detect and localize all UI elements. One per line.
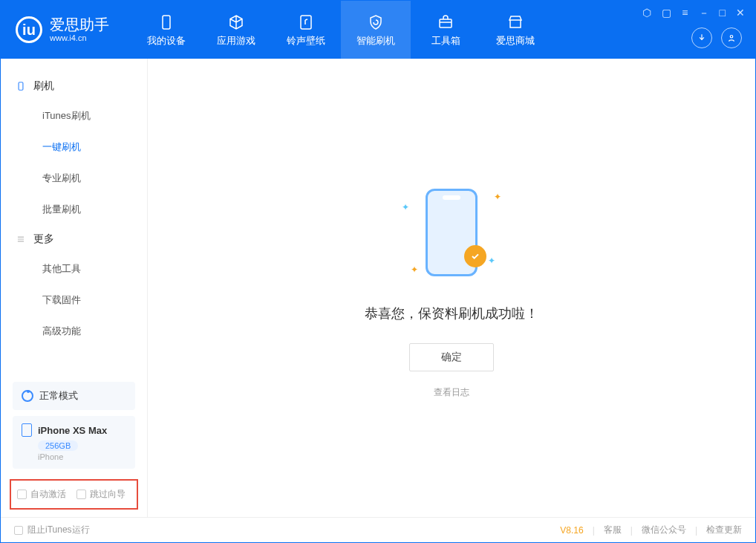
nav-label: 爱思商城 xyxy=(496,34,535,48)
sidebar: 刷机 iTunes刷机 一键刷机 专业刷机 批量刷机 更多 其他工具 下载固件 … xyxy=(1,59,148,517)
logo-icon: iu xyxy=(16,16,42,43)
sidebar-item-advanced[interactable]: 高级功能 xyxy=(1,316,147,347)
checkbox-label: 跳过向导 xyxy=(90,488,126,501)
refresh-shield-icon xyxy=(366,13,385,32)
user-button[interactable] xyxy=(721,27,742,48)
sparkle-icon: ✦ xyxy=(488,256,495,266)
sidebar-group-flash[interactable]: 刷机 xyxy=(1,72,147,100)
device-icon xyxy=(22,423,32,437)
minimize-button[interactable]: － xyxy=(699,7,709,20)
nav-label: 工具箱 xyxy=(431,34,460,48)
auto-activate-checkbox[interactable]: 自动激活 xyxy=(17,488,66,501)
nav-label: 我的设备 xyxy=(147,34,186,48)
nav-toolbox[interactable]: 工具箱 xyxy=(411,1,480,59)
sidebar-item-itunes-flash[interactable]: iTunes刷机 xyxy=(1,100,147,131)
music-icon xyxy=(296,13,316,32)
toolbox-icon xyxy=(436,13,455,32)
svg-rect-4 xyxy=(19,82,23,91)
nav-ringtones-wallpapers[interactable]: 铃声壁纸 xyxy=(271,1,341,59)
sidebar-item-download-firmware[interactable]: 下载固件 xyxy=(1,284,147,316)
logo: iu 爱思助手 www.i4.cn xyxy=(1,16,124,43)
view-log-link[interactable]: 查看日志 xyxy=(434,386,469,399)
list-icon xyxy=(16,234,26,244)
sidebar-item-other-tools[interactable]: 其他工具 xyxy=(1,253,147,284)
store-icon xyxy=(506,13,525,32)
success-message: 恭喜您，保资料刷机成功啦！ xyxy=(365,305,538,322)
app-header: iu 爱思助手 www.i4.cn 我的设备 应用游戏 铃声壁纸 智能刷机 工具… xyxy=(1,1,755,59)
nav-label: 应用游戏 xyxy=(217,34,255,48)
window-controls: ⬡ ▢ ≡ － □ ✕ xyxy=(642,7,745,20)
download-button[interactable] xyxy=(691,27,712,48)
support-link[interactable]: 客服 xyxy=(604,524,622,536)
wechat-link[interactable]: 微信公众号 xyxy=(642,524,686,536)
header-right-buttons xyxy=(691,27,742,48)
sidebar-item-pro-flash[interactable]: 专业刷机 xyxy=(1,163,147,194)
shirt-icon[interactable]: ⬡ xyxy=(642,7,651,20)
checkbox-label: 自动激活 xyxy=(30,488,66,501)
sidebar-item-batch-flash[interactable]: 批量刷机 xyxy=(1,194,147,225)
device-mode: 正常模式 xyxy=(39,389,78,403)
group-title: 更多 xyxy=(33,233,54,246)
block-itunes-checkbox[interactable]: 阻止iTunes运行 xyxy=(14,524,90,536)
sparkle-icon: ✦ xyxy=(494,192,501,202)
main-content: ✦ ✦ ✦ ✦ 恭喜您，保资料刷机成功啦！ 确定 查看日志 xyxy=(148,59,755,517)
success-illustration: ✦ ✦ ✦ ✦ xyxy=(388,177,515,288)
note-icon[interactable]: ▢ xyxy=(662,7,671,20)
nav-label: 智能刷机 xyxy=(356,34,395,48)
status-bar: 阻止iTunes运行 V8.16 | 客服 | 微信公众号 | 检查更新 xyxy=(1,517,755,542)
nav-tabs: 我的设备 应用游戏 铃声壁纸 智能刷机 工具箱 爱思商城 xyxy=(131,1,550,59)
svg-rect-0 xyxy=(163,16,170,29)
maximize-button[interactable]: □ xyxy=(720,7,726,20)
device-type: iPhone xyxy=(38,452,126,461)
device-mode-row[interactable]: 正常模式 xyxy=(13,382,135,410)
cube-icon xyxy=(227,13,246,32)
device-panel: 正常模式 iPhone XS Max 256GB iPhone xyxy=(1,374,147,479)
nav-my-device[interactable]: 我的设备 xyxy=(131,1,201,59)
device-info-row[interactable]: iPhone XS Max 256GB iPhone xyxy=(13,416,135,469)
app-name: 爱思助手 xyxy=(50,16,109,33)
options-highlight-box: 自动激活 跳过向导 xyxy=(10,479,138,510)
device-storage-badge: 256GB xyxy=(38,440,78,451)
ok-button[interactable]: 确定 xyxy=(409,343,494,371)
checkbox-icon xyxy=(14,526,23,535)
mode-icon xyxy=(22,390,33,402)
sparkle-icon: ✦ xyxy=(402,202,409,212)
svg-rect-2 xyxy=(440,19,452,27)
version-label: V8.16 xyxy=(560,525,583,536)
checkbox-icon xyxy=(17,490,27,499)
svg-rect-1 xyxy=(301,16,311,29)
sparkle-icon: ✦ xyxy=(411,264,418,275)
check-update-link[interactable]: 检查更新 xyxy=(706,524,742,536)
nav-store[interactable]: 爱思商城 xyxy=(480,1,550,59)
group-title: 刷机 xyxy=(33,79,54,93)
check-badge-icon xyxy=(464,245,486,267)
svg-point-3 xyxy=(730,36,733,39)
nav-label: 铃声壁纸 xyxy=(287,34,325,48)
menu-icon[interactable]: ≡ xyxy=(682,7,688,20)
checkbox-label: 阻止iTunes运行 xyxy=(27,524,90,536)
device-icon xyxy=(157,13,176,32)
close-button[interactable]: ✕ xyxy=(736,7,745,20)
nav-apps-games[interactable]: 应用游戏 xyxy=(201,1,271,59)
checkbox-icon xyxy=(76,490,86,499)
skip-guide-checkbox[interactable]: 跳过向导 xyxy=(76,488,126,501)
device-name: iPhone XS Max xyxy=(38,425,107,436)
nav-smart-flash[interactable]: 智能刷机 xyxy=(341,1,411,59)
app-url: www.i4.cn xyxy=(50,33,109,43)
sidebar-item-oneclick-flash[interactable]: 一键刷机 xyxy=(1,131,147,163)
sidebar-group-more[interactable]: 更多 xyxy=(1,225,147,253)
phone-icon xyxy=(16,81,26,91)
